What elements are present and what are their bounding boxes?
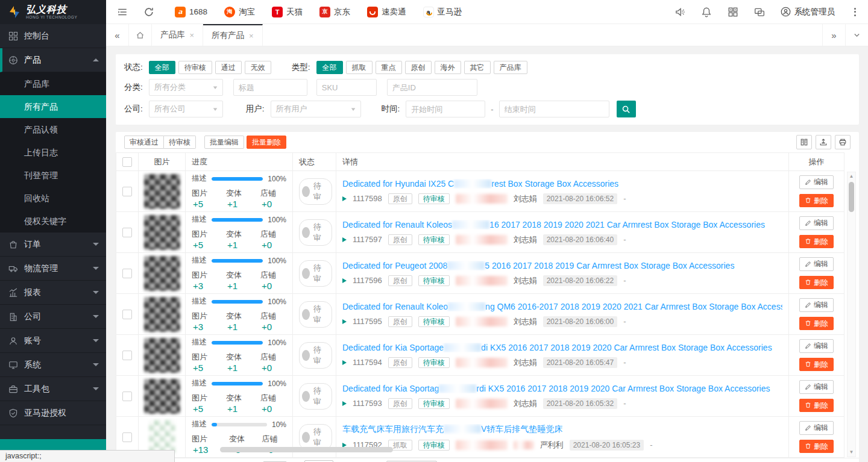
user-menu[interactable]: 系统管理员 (781, 7, 835, 17)
platform-link-1688[interactable]: a1688 (175, 7, 207, 17)
play-icon[interactable] (342, 278, 347, 283)
sidebar-item-toolkit[interactable]: 工具包 (0, 377, 106, 401)
type-filter-option[interactable]: 抓取 (346, 61, 373, 74)
row-checkbox[interactable] (122, 269, 132, 278)
type-filter-option[interactable]: 海外 (435, 61, 461, 74)
tab-all-products[interactable]: 所有产品 × (203, 24, 263, 46)
filter-columns-icon[interactable] (796, 135, 812, 149)
vertical-scrollbar[interactable]: ▲ ▼ (847, 172, 856, 457)
edit-button[interactable]: 编辑 (799, 421, 834, 434)
play-icon[interactable] (342, 401, 347, 406)
notifications-bell-icon[interactable] (701, 7, 712, 17)
more-menu-icon[interactable] (851, 7, 860, 17)
edit-button[interactable]: 编辑 (799, 257, 834, 270)
sidebar-item-company[interactable]: 公司 (0, 305, 106, 329)
collapse-menu-icon[interactable] (117, 7, 128, 17)
delete-button[interactable]: 删除 (799, 194, 834, 207)
row-checkbox[interactable] (122, 392, 132, 401)
status-badge[interactable]: 待审 (299, 260, 332, 287)
product-title-link[interactable]: Dedicated for Hyundai IX25 Crest Box Sto… (342, 179, 782, 189)
platform-link-亚马逊[interactable]: a亚马逊 (423, 7, 462, 17)
status-badge[interactable]: 待审 (299, 424, 332, 451)
theme-windows-icon[interactable] (754, 7, 765, 17)
sidebar-item-amazon-auth[interactable]: 亚马逊授权 (0, 401, 106, 425)
delete-button[interactable]: 删除 (799, 399, 834, 412)
tabs-menu-chevron-icon[interactable] (845, 24, 868, 46)
type-filter-option[interactable]: 全部 (316, 61, 343, 74)
edit-button[interactable]: 编辑 (799, 175, 834, 189)
product-title-link[interactable]: 车载充气床车用旅行汽车充V轿车后排气垫睡觉床 (342, 424, 782, 435)
sidebar-item-orders[interactable]: 订单 (0, 233, 106, 257)
delete-button[interactable]: 删除 (799, 276, 834, 289)
status-badge[interactable]: 待审 (299, 178, 332, 205)
product-image[interactable] (144, 297, 180, 332)
apps-grid-icon[interactable] (728, 7, 738, 17)
announcement-icon[interactable] (675, 7, 685, 17)
type-filter-option[interactable]: 其它 (464, 61, 491, 74)
edit-button[interactable]: 编辑 (799, 339, 834, 352)
product-title-link[interactable]: Dedicated for Kia Sportagrdi KX5 2016 20… (342, 384, 782, 393)
sidebar-subitem-upload-log[interactable]: 上传日志 (0, 141, 106, 164)
play-icon[interactable] (342, 360, 347, 365)
product-image[interactable] (144, 338, 180, 373)
type-filter-option[interactable]: 原创 (405, 61, 432, 74)
scrollbar-thumb[interactable] (849, 182, 854, 212)
export-icon[interactable] (816, 135, 831, 149)
pending-selected-button[interactable]: 待审核 (164, 136, 196, 149)
scroll-up-icon[interactable]: ▲ (849, 172, 854, 181)
batch-delete-button[interactable]: 批量删除 (247, 136, 286, 149)
type-filter-option[interactable]: 重点 (376, 61, 402, 74)
product-title-link[interactable]: Dedicated for Renault Koleong QM6 2016-2… (342, 302, 782, 311)
company-select[interactable]: 所有公司 ▼ (149, 101, 223, 117)
status-badge[interactable]: 待审 (299, 301, 332, 328)
platform-link-京东[interactable]: 京京东 (319, 7, 350, 17)
user-select[interactable]: 所有用户 ▼ (271, 101, 361, 117)
row-checkbox[interactable] (122, 187, 132, 196)
home-tab-icon[interactable] (129, 24, 152, 46)
sidebar-item-logistics[interactable]: 物流管理 (0, 257, 106, 281)
status-badge[interactable]: 待审 (299, 383, 332, 410)
sku-input[interactable] (316, 79, 377, 96)
product-title-link[interactable]: Dedicated for Kia Sportagedi KX5 2016 20… (342, 343, 782, 352)
platform-link-淘宝[interactable]: 淘淘宝 (224, 7, 255, 17)
end-time-input[interactable] (499, 101, 609, 117)
print-icon[interactable] (835, 135, 851, 149)
scroll-down-icon[interactable]: ▼ (849, 448, 854, 457)
status-badge[interactable]: 待审 (299, 342, 332, 369)
product-image[interactable] (149, 420, 175, 455)
product-image[interactable] (144, 215, 180, 250)
tabs-scroll-left-icon[interactable]: « (106, 24, 129, 46)
product-image[interactable] (144, 379, 180, 414)
brand-logo[interactable]: 弘义科技 HONG YI TECHNOLOGY (0, 0, 106, 24)
close-tab-icon[interactable]: × (249, 31, 254, 40)
delete-button[interactable]: 删除 (799, 358, 834, 371)
row-checkbox[interactable] (122, 432, 132, 442)
sidebar-item-account[interactable]: 账号 (0, 329, 106, 353)
sidebar-subitem-product-library[interactable]: 产品库 (0, 72, 106, 95)
status-filter-option[interactable]: 待审核 (178, 61, 212, 74)
approve-selected-button[interactable]: 审核通过 (124, 136, 164, 149)
sidebar-item-product[interactable]: 产品 (0, 48, 106, 72)
delete-button[interactable]: 删除 (799, 235, 834, 248)
status-badge[interactable]: 待审 (299, 219, 332, 246)
product-image[interactable] (144, 174, 180, 209)
delete-button[interactable]: 删除 (799, 317, 834, 330)
play-icon[interactable] (342, 319, 347, 324)
refresh-icon[interactable] (143, 7, 154, 17)
start-time-input[interactable] (406, 101, 485, 117)
sidebar-subitem-infringing-keywords[interactable]: 侵权关键字 (0, 210, 106, 233)
edit-button[interactable]: 编辑 (799, 380, 834, 393)
close-tab-icon[interactable]: × (190, 31, 195, 40)
sidebar-item-reports[interactable]: 报表 (0, 281, 106, 305)
sidebar-subitem-recycle-bin[interactable]: 回收站 (0, 187, 106, 210)
title-input[interactable] (233, 79, 307, 96)
product-title-link[interactable]: Dedicated for Renault Koleos16 2017 2018… (342, 220, 782, 229)
product-image[interactable] (144, 256, 180, 291)
platform-link-天猫[interactable]: T天猫 (272, 7, 303, 17)
sidebar-subitem-all-products[interactable]: 所有产品 (0, 95, 106, 118)
row-checkbox[interactable] (122, 310, 132, 319)
sidebar-subitem-product-claim[interactable]: 产品认领 (0, 118, 106, 141)
horizontal-scrollbar-thumb[interactable] (220, 447, 393, 452)
edit-button[interactable]: 编辑 (799, 298, 834, 311)
sidebar-subitem-listing-manage[interactable]: 刊登管理 (0, 164, 106, 187)
